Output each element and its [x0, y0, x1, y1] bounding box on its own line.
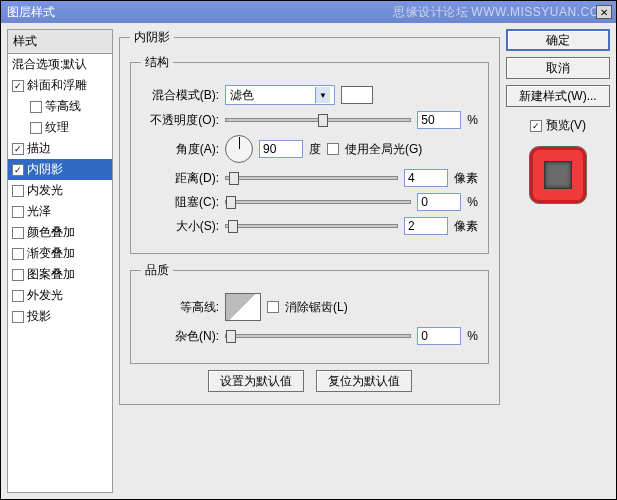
style-item[interactable]: 纹理	[8, 117, 112, 138]
choke-input[interactable]: 0	[417, 193, 461, 211]
cancel-button[interactable]: 取消	[506, 57, 610, 79]
style-item-label: 描边	[27, 140, 51, 157]
angle-label: 角度(A):	[141, 141, 219, 158]
style-item-label: 渐变叠加	[27, 245, 75, 262]
style-item[interactable]: 渐变叠加	[8, 243, 112, 264]
style-item-label: 等高线	[45, 98, 81, 115]
preview-thumbnail	[529, 146, 587, 204]
inner-shadow-panel: 内阴影 结构 混合模式(B): 滤色 ▼ 不透明度(O):	[119, 29, 500, 405]
distance-label: 距离(D):	[141, 170, 219, 187]
angle-dial[interactable]	[225, 135, 253, 163]
style-checkbox[interactable]	[12, 311, 24, 323]
size-input[interactable]: 2	[404, 217, 448, 235]
layer-style-dialog: 图层样式 思缘设计论坛 WWW.MISSYUAN.COM ✕ 样式 混合选项:默…	[0, 0, 617, 500]
watermark: 思缘设计论坛 WWW.MISSYUAN.COM	[393, 4, 610, 21]
new-style-button[interactable]: 新建样式(W)...	[506, 85, 610, 107]
style-item[interactable]: 内发光	[8, 180, 112, 201]
distance-input[interactable]: 4	[404, 169, 448, 187]
noise-label: 杂色(N):	[141, 328, 219, 345]
contour-picker[interactable]	[225, 293, 261, 321]
choke-label: 阻塞(C):	[141, 194, 219, 211]
size-slider[interactable]	[225, 224, 398, 228]
style-checkbox[interactable]: ✓	[12, 80, 24, 92]
styles-header[interactable]: 样式	[8, 30, 112, 54]
choke-slider[interactable]	[225, 200, 411, 204]
panel-title: 内阴影	[130, 29, 174, 46]
angle-input[interactable]: 90	[259, 140, 303, 158]
opacity-label: 不透明度(O):	[141, 112, 219, 129]
size-label: 大小(S):	[141, 218, 219, 235]
style-checkbox[interactable]: ✓	[12, 164, 24, 176]
blend-mode-label: 混合模式(B):	[141, 87, 219, 104]
antialias-checkbox[interactable]	[267, 301, 279, 313]
style-item-label: 光泽	[27, 203, 51, 220]
style-item[interactable]: ✓内阴影	[8, 159, 112, 180]
global-light-label: 使用全局光(G)	[345, 141, 422, 158]
set-default-button[interactable]: 设置为默认值	[208, 370, 304, 392]
style-item[interactable]: 投影	[8, 306, 112, 327]
blend-mode-combo[interactable]: 滤色 ▼	[225, 85, 335, 105]
preview-checkbox[interactable]: ✓	[530, 120, 542, 132]
style-checkbox[interactable]	[12, 185, 24, 197]
global-light-checkbox[interactable]	[327, 143, 339, 155]
style-checkbox[interactable]	[12, 248, 24, 260]
style-item-label: 颜色叠加	[27, 224, 75, 241]
noise-input[interactable]: 0	[417, 327, 461, 345]
style-item[interactable]: 外发光	[8, 285, 112, 306]
blend-options-row[interactable]: 混合选项:默认	[8, 54, 112, 75]
style-item-label: 图案叠加	[27, 266, 75, 283]
style-item-label: 内发光	[27, 182, 63, 199]
style-item[interactable]: 光泽	[8, 201, 112, 222]
style-item[interactable]: ✓斜面和浮雕	[8, 75, 112, 96]
style-checkbox[interactable]	[12, 206, 24, 218]
color-swatch[interactable]	[341, 86, 373, 104]
style-item-label: 外发光	[27, 287, 63, 304]
contour-label: 等高线:	[141, 299, 219, 316]
style-checkbox[interactable]: ✓	[12, 143, 24, 155]
quality-group: 品质 等高线: 消除锯齿(L) 杂色(N): 0 %	[130, 262, 489, 364]
style-item-label: 纹理	[45, 119, 69, 136]
style-item[interactable]: 等高线	[8, 96, 112, 117]
style-item[interactable]: 图案叠加	[8, 264, 112, 285]
window-title: 图层样式	[7, 4, 55, 21]
style-checkbox[interactable]	[12, 290, 24, 302]
styles-list: 样式 混合选项:默认 ✓斜面和浮雕等高线纹理✓描边✓内阴影内发光光泽颜色叠加渐变…	[7, 29, 113, 493]
titlebar[interactable]: 图层样式 思缘设计论坛 WWW.MISSYUAN.COM	[1, 1, 616, 23]
style-item-label: 内阴影	[27, 161, 63, 178]
close-button[interactable]: ✕	[596, 5, 612, 19]
noise-slider[interactable]	[225, 334, 411, 338]
style-checkbox[interactable]	[12, 269, 24, 281]
structure-group: 结构 混合模式(B): 滤色 ▼ 不透明度(O): 50 %	[130, 54, 489, 254]
chevron-down-icon: ▼	[315, 87, 330, 103]
distance-slider[interactable]	[225, 176, 398, 180]
preview-label: 预览(V)	[546, 117, 586, 134]
style-item-label: 投影	[27, 308, 51, 325]
antialias-label: 消除锯齿(L)	[285, 299, 348, 316]
style-checkbox[interactable]	[30, 101, 42, 113]
style-checkbox[interactable]	[12, 227, 24, 239]
reset-default-button[interactable]: 复位为默认值	[316, 370, 412, 392]
style-checkbox[interactable]	[30, 122, 42, 134]
opacity-input[interactable]: 50	[417, 111, 461, 129]
style-item[interactable]: 颜色叠加	[8, 222, 112, 243]
style-item[interactable]: ✓描边	[8, 138, 112, 159]
style-item-label: 斜面和浮雕	[27, 77, 87, 94]
opacity-slider[interactable]	[225, 118, 411, 122]
ok-button[interactable]: 确定	[506, 29, 610, 51]
